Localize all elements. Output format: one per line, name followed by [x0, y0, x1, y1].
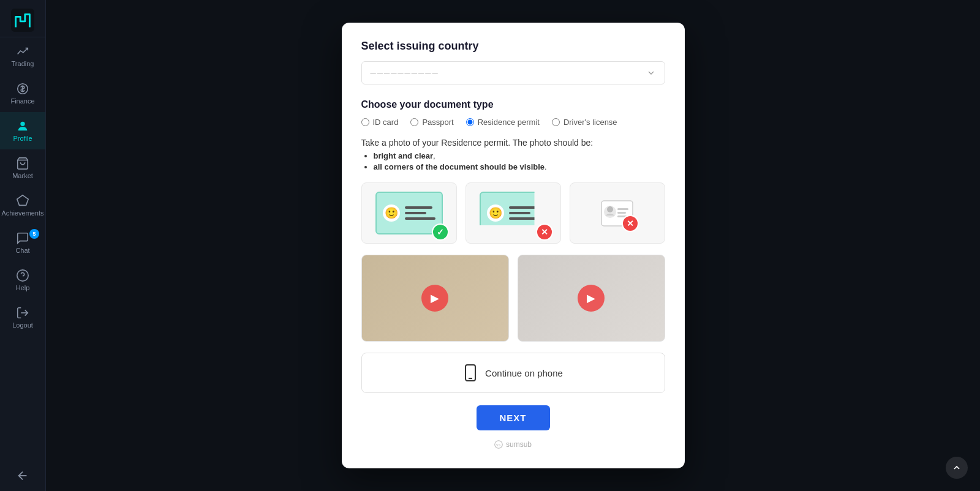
country-select-placeholder: ────────── [371, 69, 439, 78]
continue-phone-label: Continue on phone [485, 368, 563, 378]
svg-rect-0 [11, 9, 34, 32]
bad-2-x-badge: ✕ [622, 215, 639, 232]
instructions-section: Take a photo of your Residence permit. T… [361, 138, 665, 171]
chevron-up-icon [952, 463, 962, 473]
sidebar-item-profile[interactable]: Profile [0, 112, 45, 149]
doc-type-title: Choose your document type [361, 99, 665, 110]
scroll-to-top-button[interactable] [946, 457, 968, 479]
example-card-bad-1: 🙂 ✕ [466, 182, 561, 244]
help-icon [16, 269, 29, 282]
doc-type-id-card-label: ID card [373, 118, 399, 127]
doc-type-drivers-license-label: Driver's license [564, 118, 617, 127]
sidebar-item-achievements[interactable]: Achievements [0, 187, 45, 224]
doc-type-drivers-license[interactable]: Driver's license [552, 118, 617, 127]
svg-point-5 [17, 270, 28, 281]
example-card-good: 🙂 ✓ [361, 182, 457, 244]
sidebar-item-trading-label: Trading [12, 60, 34, 67]
sidebar-item-trading[interactable]: Trading [0, 37, 45, 75]
sidebar: Trading Finance Profile Market Achieveme… [0, 0, 46, 491]
chat-icon [16, 231, 29, 245]
example-card-bad-2: ✕ [570, 182, 665, 244]
doc-illustration-bad-1: 🙂 ✕ [480, 192, 547, 234]
user-icon [16, 119, 29, 133]
upload-row: ▶ ▶ [361, 255, 665, 342]
instruction-item-1: bright and clear, [374, 151, 665, 160]
doc-illustration-good: 🙂 ✓ [375, 192, 443, 234]
doc-type-passport[interactable]: Passport [410, 118, 453, 127]
dollar-icon [16, 82, 29, 96]
sidebar-item-finance-label: Finance [10, 97, 34, 105]
logout-icon [16, 306, 29, 320]
doc-type-id-card[interactable]: ID card [361, 118, 399, 127]
app-logo-icon [11, 9, 34, 32]
svg-text:SS: SS [496, 443, 501, 447]
diamond-icon [16, 194, 29, 208]
back-arrow-icon [16, 469, 29, 482]
svg-rect-13 [617, 212, 626, 214]
sumsub-logo-icon: SS [494, 440, 503, 449]
sidebar-item-profile-label: Profile [13, 135, 32, 142]
next-button[interactable]: NEXT [477, 405, 550, 430]
select-country-title: Select issuing country [361, 40, 665, 53]
select-country-section: Select issuing country ────────── [361, 40, 665, 84]
chart-icon [16, 45, 29, 58]
main-content: Select issuing country ────────── Choose… [46, 0, 980, 491]
chat-badge: 5 [29, 229, 39, 239]
example-cards-row: 🙂 ✓ 🙂 [361, 182, 665, 244]
doc-type-section: Choose your document type ID card Passpo… [361, 99, 665, 127]
svg-point-2 [20, 122, 24, 126]
bad-1-x-badge: ✕ [536, 223, 553, 241]
doc-type-passport-label: Passport [422, 118, 453, 127]
sidebar-back-button[interactable] [0, 460, 45, 491]
kyc-modal: Select issuing country ────────── Choose… [342, 23, 685, 468]
sidebar-item-logout[interactable]: Logout [0, 299, 45, 336]
sidebar-item-achievements-label: Achievements [1, 209, 43, 217]
upload-back-play-btn[interactable]: ▶ [578, 285, 605, 312]
sumsub-footer: SS sumsub [361, 440, 665, 449]
sidebar-item-chat[interactable]: Chat 5 [0, 224, 45, 261]
phone-icon [463, 364, 478, 381]
doc-type-options: ID card Passport Residence permit Driver… [361, 118, 665, 127]
sumsub-label: sumsub [506, 440, 532, 449]
svg-point-11 [607, 206, 613, 212]
doc-illustration-bad-2: ✕ [600, 200, 634, 227]
sidebar-item-finance[interactable]: Finance [0, 75, 45, 112]
chevron-down-icon [646, 68, 656, 78]
svg-rect-12 [617, 208, 628, 210]
country-select-dropdown[interactable]: ────────── [361, 61, 665, 84]
sidebar-item-help-label: Help [16, 284, 30, 291]
sidebar-item-chat-label: Chat [15, 247, 29, 254]
upload-back-card[interactable]: ▶ [518, 255, 665, 342]
good-check-badge: ✓ [432, 223, 449, 241]
upload-front-play-btn[interactable]: ▶ [421, 285, 448, 312]
doc-type-residence-permit-label: Residence permit [478, 118, 540, 127]
upload-front-card[interactable]: ▶ [361, 255, 509, 342]
sidebar-item-market-label: Market [12, 172, 33, 179]
doc-type-residence-permit[interactable]: Residence permit [466, 118, 540, 127]
sidebar-item-help[interactable]: Help [0, 261, 45, 299]
svg-marker-4 [17, 195, 28, 206]
instructions-text: Take a photo of your Residence permit. T… [361, 138, 665, 148]
sidebar-item-logout-label: Logout [12, 321, 33, 329]
sidebar-logo [0, 0, 45, 37]
continue-on-phone-button[interactable]: Continue on phone [361, 353, 665, 393]
instruction-item-2: all corners of the document should be vi… [374, 162, 665, 171]
instruction-list: bright and clear, all corners of the doc… [361, 151, 665, 171]
sidebar-item-market[interactable]: Market [0, 149, 45, 187]
cart-icon [16, 157, 29, 170]
